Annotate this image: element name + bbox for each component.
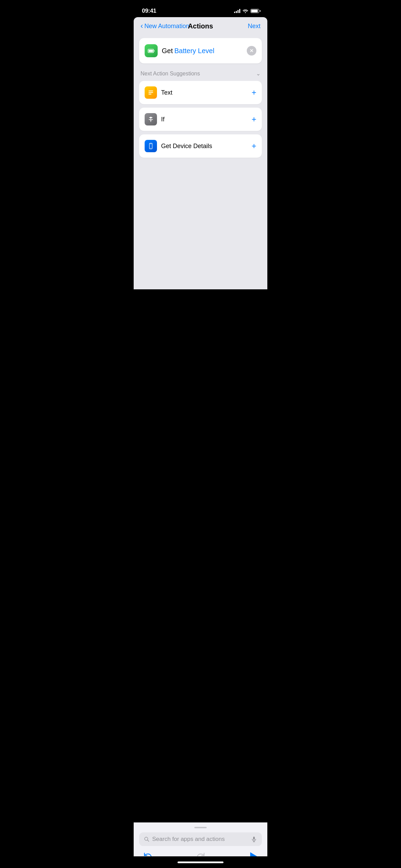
suggestion-if[interactable]: If +	[139, 108, 262, 131]
content-spacer	[134, 161, 267, 206]
status-bar: 09:41	[134, 0, 267, 17]
add-device-details-button[interactable]: +	[252, 142, 256, 150]
back-label: New Automation	[144, 23, 189, 30]
battery-icon	[251, 9, 259, 13]
svg-point-9	[150, 148, 151, 148]
nav-bar: ‹ New Automation Actions Next	[134, 17, 267, 33]
svg-rect-2	[154, 50, 154, 52]
status-time: 09:41	[142, 8, 156, 14]
suggestion-get-device-details[interactable]: Get Device Details +	[139, 134, 262, 158]
device-action-icon	[145, 140, 157, 152]
main-content: ‹ New Automation Actions Next Get	[134, 17, 267, 289]
phone-frame: 09:41 ‹ New Automation	[134, 0, 267, 289]
text-action-icon	[145, 86, 157, 99]
action-card: Get Battery Level ✕	[139, 38, 262, 63]
suggestions-header[interactable]: Next Action Suggestions ⌄	[134, 63, 267, 81]
svg-rect-1	[149, 50, 153, 52]
svg-rect-5	[148, 94, 151, 94]
svg-rect-4	[148, 92, 153, 93]
chevron-left-icon: ‹	[141, 22, 143, 30]
wifi-icon	[243, 9, 248, 13]
if-action-label: If	[161, 116, 165, 123]
text-action-label: Text	[161, 89, 172, 96]
if-action-icon	[145, 113, 157, 125]
status-icons	[234, 9, 259, 13]
add-if-action-button[interactable]: +	[252, 115, 256, 123]
close-icon: ✕	[250, 48, 254, 53]
get-device-details-label: Get Device Details	[161, 143, 212, 150]
chevron-down-icon: ⌄	[256, 70, 260, 77]
action-get-label: Get	[162, 47, 173, 55]
action-value-label: Battery Level	[174, 47, 215, 55]
suggestion-text[interactable]: Text +	[139, 81, 262, 104]
next-button[interactable]: Next	[248, 23, 260, 30]
svg-rect-8	[150, 144, 152, 144]
svg-rect-3	[148, 91, 153, 91]
add-text-action-button[interactable]: +	[252, 88, 256, 97]
battery-action-icon	[145, 44, 158, 57]
back-button[interactable]: ‹ New Automation	[141, 23, 189, 30]
action-clear-button[interactable]: ✕	[247, 46, 256, 56]
signal-icon	[234, 9, 240, 13]
page-title: Actions	[188, 22, 213, 30]
suggestions-title: Next Action Suggestions	[141, 71, 200, 77]
